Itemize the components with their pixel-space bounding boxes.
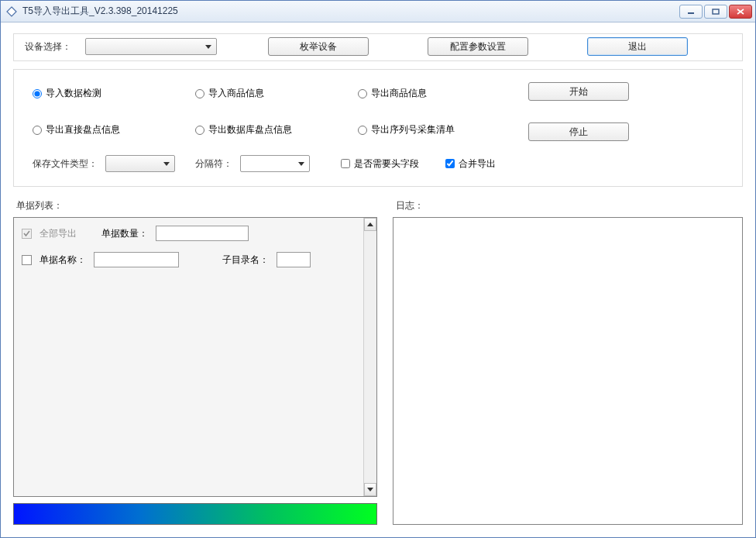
window-title: T5导入导出工具_V2.3.398_20141225 xyxy=(22,5,178,18)
exit-button[interactable]: 退出 xyxy=(587,37,688,56)
subdir-label: 子目录名： xyxy=(222,253,269,267)
name-input[interactable] xyxy=(94,252,179,267)
radio-import-check[interactable]: 导入数据检测 xyxy=(33,87,195,100)
export-all-checkbox xyxy=(22,229,32,239)
stop-button[interactable]: 停止 xyxy=(528,122,629,141)
svg-rect-1 xyxy=(688,12,694,14)
delimiter-combo[interactable] xyxy=(240,155,310,172)
progress-bar xyxy=(13,503,377,525)
name-checkbox[interactable] xyxy=(22,255,32,265)
list-title: 单据列表： xyxy=(16,199,377,212)
app-window: T5导入导出工具_V2.3.398_20141225 设备选择： 枚举设备 配置… xyxy=(0,0,756,538)
count-input[interactable] xyxy=(156,226,249,241)
list-scrollbar[interactable] xyxy=(363,218,376,496)
file-type-label: 保存文件类型： xyxy=(33,157,98,171)
merge-export-checkbox[interactable]: 合并导出 xyxy=(445,157,496,171)
radio-export-product[interactable]: 导出商品信息 xyxy=(358,87,521,100)
client-area: 设备选择： 枚举设备 配置参数设置 退出 导入数据检测 导入商品信息 xyxy=(1,22,755,537)
enum-device-button[interactable]: 枚举设备 xyxy=(268,37,369,56)
svg-rect-2 xyxy=(713,9,719,14)
maximize-button[interactable] xyxy=(704,5,727,19)
need-header-checkbox[interactable]: 是否需要头字段 xyxy=(341,157,419,171)
config-button[interactable]: 配置参数设置 xyxy=(428,37,528,56)
lower-area: 单据列表： 全部导出 单据数量： 单据名称： xyxy=(13,195,743,525)
delimiter-label: 分隔符： xyxy=(195,157,232,171)
radio-export-db[interactable]: 导出数据库盘点信息 xyxy=(195,123,358,136)
device-select-label: 设备选择： xyxy=(25,40,71,53)
device-select-combo[interactable] xyxy=(85,38,217,55)
list-box: 全部导出 单据数量： 单据名称： 子目录名： xyxy=(13,217,377,497)
export-all-label: 全部导出 xyxy=(40,227,77,240)
start-button[interactable]: 开始 xyxy=(528,82,629,101)
subdir-input[interactable] xyxy=(277,252,311,267)
device-panel: 设备选择： 枚举设备 配置参数设置 退出 xyxy=(13,33,743,61)
svg-marker-0 xyxy=(7,7,16,16)
log-box xyxy=(393,217,743,525)
options-panel: 导入数据检测 导入商品信息 导出商品信息 开始 停止 导出直接盘点信息 xyxy=(13,69,743,187)
name-label: 单据名称： xyxy=(40,253,86,267)
radio-export-serial[interactable]: 导出序列号采集清单 xyxy=(358,123,521,136)
titlebar: T5导入导出工具_V2.3.398_20141225 xyxy=(1,1,755,22)
minimize-button[interactable] xyxy=(679,5,703,19)
count-label: 单据数量： xyxy=(101,227,148,240)
log-title: 日志： xyxy=(396,199,743,212)
radio-import-product[interactable]: 导入商品信息 xyxy=(195,87,358,100)
file-type-combo[interactable] xyxy=(105,155,175,172)
radio-export-direct[interactable]: 导出直接盘点信息 xyxy=(33,123,195,136)
close-button[interactable] xyxy=(729,5,752,19)
app-icon xyxy=(5,5,18,18)
